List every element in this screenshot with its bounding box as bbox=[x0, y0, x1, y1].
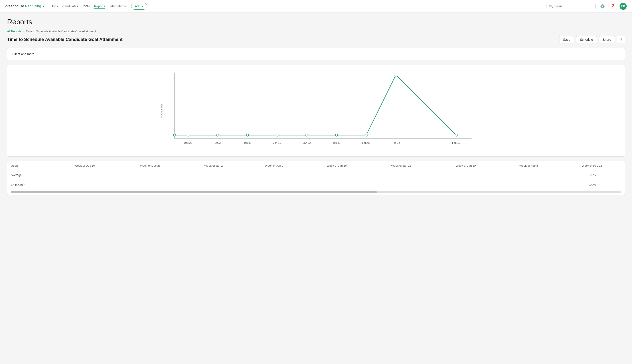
col-header-jan23: Week of Jan 23 bbox=[369, 161, 434, 170]
nav-jobs[interactable]: Jobs bbox=[52, 4, 58, 9]
row-1-col-0: — bbox=[52, 180, 118, 190]
col-header-jan9: Week of Jan 9 bbox=[244, 161, 305, 170]
logo-recruiting-text: Recruiting bbox=[25, 4, 41, 8]
share-button[interactable]: Share bbox=[599, 36, 615, 43]
col-header-jan16: Week of Jan 16 bbox=[304, 161, 369, 170]
data-table-container: Users Week of Dec 19 Week of Dec 26 Week… bbox=[7, 161, 625, 195]
help-button[interactable]: ❓ bbox=[609, 3, 616, 10]
nav-reports[interactable]: Reports bbox=[94, 4, 105, 9]
nav-crm[interactable]: CRM bbox=[82, 4, 90, 9]
col-header-dec19: Week of Dec 19 bbox=[52, 161, 118, 170]
download-button[interactable]: ⬇ bbox=[617, 36, 625, 44]
filters-title: Filters and more bbox=[12, 52, 34, 56]
svg-text:Jan 15: Jan 15 bbox=[273, 141, 281, 144]
row-0-col-7: — bbox=[498, 170, 560, 180]
row-0-col-1: — bbox=[118, 170, 183, 180]
row-0-user: Average bbox=[7, 170, 52, 180]
col-header-feb6: Week of Feb 6 bbox=[498, 161, 560, 170]
schedule-button[interactable]: Schedule bbox=[576, 36, 596, 43]
search-icon: 🔍 bbox=[549, 4, 553, 8]
settings-icon: ⚙️ bbox=[600, 4, 605, 8]
row-1-col-4: — bbox=[304, 180, 369, 190]
table-header-row: Users Week of Dec 19 Week of Dec 26 Week… bbox=[7, 161, 625, 170]
col-header-jan30: Week of Jan 30 bbox=[434, 161, 498, 170]
row-0-col-6: — bbox=[434, 170, 498, 180]
table-scrollbar-thumb[interactable] bbox=[11, 191, 377, 193]
row-1-user: Erika Chen bbox=[7, 180, 52, 190]
row-0-col-5: — bbox=[369, 170, 434, 180]
row-0-col-8: 100% bbox=[560, 170, 625, 180]
row-1-col-7: — bbox=[498, 180, 560, 190]
row-0-col-2: — bbox=[183, 170, 244, 180]
svg-text:Jan 22: Jan 22 bbox=[303, 141, 311, 144]
page-title: Reports bbox=[7, 18, 625, 26]
add-button-label: Add bbox=[135, 4, 140, 8]
data-point-7 bbox=[365, 134, 368, 136]
svg-text:Jan 29: Jan 29 bbox=[333, 141, 340, 144]
data-point-3 bbox=[246, 134, 249, 136]
svg-text:2023: 2023 bbox=[215, 141, 221, 144]
data-point-4 bbox=[276, 134, 278, 136]
row-1-col-3: — bbox=[244, 180, 305, 190]
report-actions: Save Schedule Share ⬇ bbox=[559, 36, 625, 44]
table-row: Erika Chen — — — — — — — — 100% bbox=[7, 180, 625, 190]
chart-section: % Attainment Dec 25 2023 Jan 08 Jan 15 J… bbox=[7, 65, 625, 157]
row-1-col-1: — bbox=[118, 180, 183, 190]
col-header-jan2: Week of Jan 2 bbox=[183, 161, 244, 170]
svg-text:Jan 08: Jan 08 bbox=[244, 141, 251, 144]
help-icon: ❓ bbox=[610, 4, 615, 8]
page-content: Reports All Reports › Time to Schedule A… bbox=[0, 12, 632, 364]
row-0-col-4: — bbox=[304, 170, 369, 180]
logo-greenhouse-text: greenhouse bbox=[5, 4, 24, 8]
svg-text:% Attainment: % Attainment bbox=[160, 102, 163, 118]
report-title: Time to Schedule Available Candidate Goa… bbox=[7, 37, 122, 42]
svg-text:Dec 25: Dec 25 bbox=[184, 141, 192, 144]
breadcrumb: All Reports › Time to Schedule Available… bbox=[7, 30, 625, 33]
save-button[interactable]: Save bbox=[559, 36, 574, 43]
add-dropdown-icon: ▾ bbox=[142, 4, 143, 8]
filters-header[interactable]: Filters and more ⌄ bbox=[7, 48, 625, 60]
logo[interactable]: greenhouse Recruiting ▾ bbox=[5, 4, 44, 8]
svg-text:Feb 12: Feb 12 bbox=[392, 141, 400, 144]
svg-text:Feb 19: Feb 19 bbox=[452, 141, 460, 144]
data-point-5 bbox=[306, 134, 308, 136]
data-point-8 bbox=[395, 74, 397, 76]
filters-section: Filters and more ⌄ bbox=[7, 48, 625, 60]
row-0-col-0: — bbox=[52, 170, 118, 180]
nav-items: Jobs Candidates CRM Reports Integrations bbox=[52, 4, 126, 9]
breadcrumb-separator: › bbox=[23, 30, 24, 33]
line-chart: % Attainment Dec 25 2023 Jan 08 Jan 15 J… bbox=[13, 70, 619, 150]
table-scrollbar[interactable] bbox=[11, 191, 621, 193]
data-point-1 bbox=[187, 134, 190, 136]
filters-chevron-icon: ⌄ bbox=[617, 52, 620, 56]
col-header-feb13: Week of Feb 13 bbox=[560, 161, 625, 170]
data-point-6 bbox=[335, 134, 338, 136]
row-1-col-5: — bbox=[369, 180, 434, 190]
breadcrumb-current-page: Time to Schedule Available Candidate Goa… bbox=[26, 30, 96, 33]
data-point-9 bbox=[455, 134, 458, 136]
col-header-dec26: Week of Dec 26 bbox=[118, 161, 183, 170]
row-1-col-6: — bbox=[434, 180, 498, 190]
data-table: Users Week of Dec 19 Week of Dec 26 Week… bbox=[7, 161, 625, 190]
nav-integrations[interactable]: Integrations bbox=[110, 4, 126, 9]
settings-button[interactable]: ⚙️ bbox=[599, 3, 606, 10]
top-navigation: greenhouse Recruiting ▾ Jobs Candidates … bbox=[0, 0, 632, 12]
avatar-button[interactable]: EC bbox=[620, 3, 627, 10]
logo-dropdown-icon: ▾ bbox=[43, 5, 44, 8]
download-icon: ⬇ bbox=[620, 38, 622, 42]
table-row: Average — — — — — — — — 100% bbox=[7, 170, 625, 180]
row-1-col-2: — bbox=[183, 180, 244, 190]
nav-candidates[interactable]: Candidates bbox=[62, 4, 78, 9]
search-input[interactable] bbox=[554, 4, 593, 8]
add-button[interactable]: Add ▾ bbox=[131, 3, 147, 10]
data-point-2 bbox=[216, 134, 219, 136]
search-box[interactable]: 🔍 bbox=[546, 3, 596, 9]
data-point-0 bbox=[173, 134, 176, 136]
row-1-col-8: 100% bbox=[560, 180, 625, 190]
report-header: Time to Schedule Available Candidate Goa… bbox=[7, 36, 625, 44]
col-header-users: Users bbox=[7, 161, 52, 170]
svg-text:Feb 05: Feb 05 bbox=[362, 141, 370, 144]
nav-right: 🔍 ⚙️ ❓ EC bbox=[546, 3, 627, 10]
row-0-col-3: — bbox=[244, 170, 305, 180]
breadcrumb-all-reports-link[interactable]: All Reports bbox=[7, 30, 21, 33]
